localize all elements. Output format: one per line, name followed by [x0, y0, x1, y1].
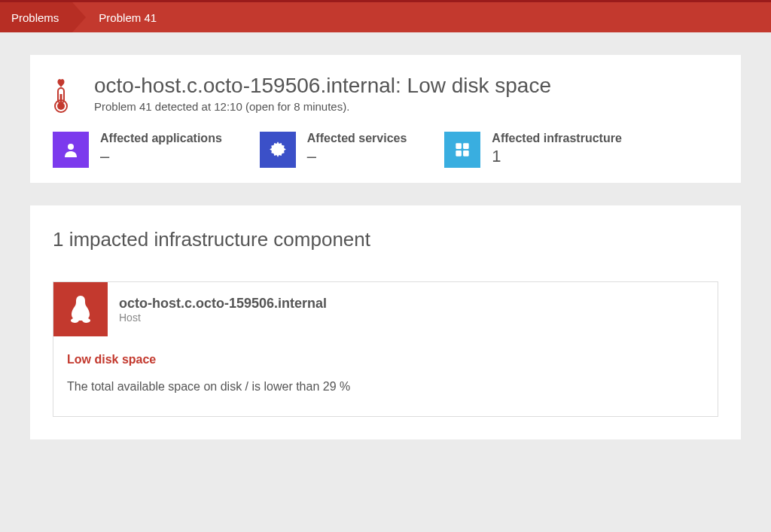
host-card[interactable]: octo-host.c.octo-159506.internal Host Lo… [53, 281, 718, 417]
affected-infrastructure-text: Affected infrastructure 1 [492, 132, 621, 166]
host-info: octo-host.c.octo-159506.internal Host [108, 296, 327, 324]
affected-applications[interactable]: Affected applications – [53, 132, 222, 168]
affected-services-text: Affected services – [307, 132, 407, 166]
affected-applications-label: Affected applications [100, 132, 222, 145]
thermometer-icon [53, 78, 75, 117]
svg-rect-7 [456, 150, 462, 157]
issue-name: Low disk space [67, 353, 704, 366]
affected-row: Affected applications – Affected service… [53, 132, 718, 168]
host-name: octo-host.c.octo-159506.internal [119, 296, 327, 312]
applications-icon [53, 132, 89, 168]
affected-services-label: Affected services [307, 132, 407, 145]
affected-infrastructure-label: Affected infrastructure [492, 132, 621, 145]
host-body: Low disk space The total available space… [53, 336, 718, 416]
affected-applications-text: Affected applications – [100, 132, 222, 166]
problem-subtitle: Problem 41 detected at 12:10 (open for 8… [94, 100, 551, 113]
host-type: Host [119, 312, 327, 324]
breadcrumb-current[interactable]: Problem 41 [72, 2, 172, 32]
breadcrumb-root[interactable]: Problems [0, 2, 72, 32]
infrastructure-icon [444, 132, 480, 168]
svg-rect-8 [463, 150, 469, 157]
problem-card: octo-host.c.octo-159506.internal: Low di… [30, 55, 741, 183]
svg-rect-6 [463, 143, 469, 149]
problem-header: octo-host.c.octo-159506.internal: Low di… [53, 74, 718, 117]
affected-infrastructure-value: 1 [492, 147, 621, 166]
services-icon [260, 132, 296, 168]
problem-title: octo-host.c.octo-159506.internal: Low di… [94, 74, 551, 98]
host-header: octo-host.c.octo-159506.internal Host [53, 282, 718, 336]
impacted-title: 1 impacted infrastructure component [53, 228, 718, 251]
affected-infrastructure[interactable]: Affected infrastructure 1 [444, 132, 621, 168]
svg-rect-3 [60, 94, 62, 106]
impacted-section: 1 impacted infrastructure component octo… [30, 205, 741, 439]
svg-rect-5 [456, 143, 462, 149]
svg-point-4 [68, 144, 74, 150]
breadcrumb-root-label: Problems [11, 11, 59, 24]
affected-applications-value: – [100, 147, 222, 166]
affected-services-value: – [307, 147, 407, 166]
content-area: octo-host.c.octo-159506.internal: Low di… [0, 32, 771, 462]
linux-host-icon [53, 282, 108, 336]
breadcrumb: Problems Problem 41 [0, 2, 771, 32]
problem-title-block: octo-host.c.octo-159506.internal: Low di… [94, 74, 551, 113]
affected-services[interactable]: Affected services – [260, 132, 407, 168]
issue-description: The total available space on disk / is l… [67, 380, 704, 394]
breadcrumb-current-label: Problem 41 [99, 11, 157, 24]
